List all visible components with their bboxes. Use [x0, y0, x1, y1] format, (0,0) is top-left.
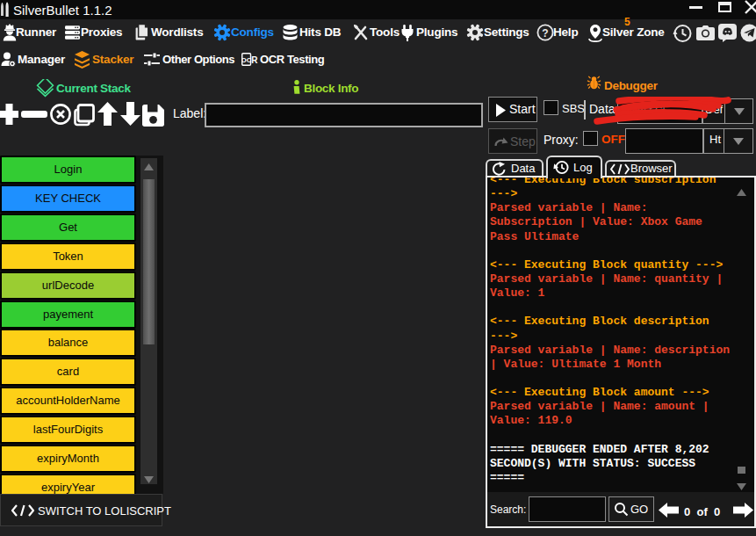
svg-text:?: ?: [542, 27, 548, 40]
svg-text:OC: OC: [241, 56, 252, 64]
svg-text:R: R: [251, 55, 258, 65]
